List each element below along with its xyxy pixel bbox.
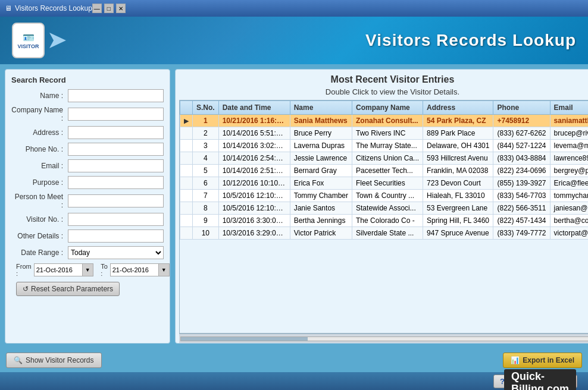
to-date-wrap: ▼	[110, 263, 170, 276]
main-content: Search Record Name : Company Name : Addr…	[0, 64, 588, 348]
row-address: Hialeah, FL 33010	[423, 190, 493, 202]
row-company: Silverdale State ...	[352, 227, 423, 240]
logo-label: VISITOR	[18, 43, 39, 49]
row-name: Bernard Gray	[290, 165, 352, 177]
row-datetime: 10/5/2016 12:10:56 PM	[218, 190, 290, 202]
row-phone: (833) 546-7703	[493, 190, 550, 202]
row-address: 889 Park Place	[423, 127, 493, 140]
to-date-input[interactable]	[111, 264, 158, 276]
row-company: Pacesetter Tech...	[352, 165, 423, 177]
row-email: tommycham	[550, 190, 588, 202]
title-bar: 🖥 Visitors Records Lookup — □ ✕	[0, 0, 588, 17]
company-input[interactable]	[68, 108, 164, 121]
from-label: From :	[16, 263, 32, 277]
other-details-label: Other Details :	[11, 232, 68, 240]
table-body: ▶110/21/2016 1:16:34 PMSania MatthewsZon…	[180, 115, 589, 240]
row-arrow	[180, 140, 193, 152]
export-excel-button[interactable]: 📊 Export in Excel	[503, 353, 582, 368]
table-row[interactable]: 410/14/2016 2:54:30 PMJessie LawrenceCit…	[180, 152, 589, 165]
table-row[interactable]: 210/14/2016 5:51:41 PMBruce PerryTwo Riv…	[180, 127, 589, 140]
row-address: 723 Devon Court	[423, 177, 493, 190]
address-label: Address :	[11, 128, 68, 137]
row-email: janiesan@st	[550, 202, 588, 215]
table-row[interactable]: 310/14/2016 3:02:52 PMLaverna DuprasThe …	[180, 140, 589, 152]
table-row[interactable]: 810/5/2016 12:10:53 PMJanie SantosStatew…	[180, 202, 589, 215]
visitor-no-row: Visitor No. :	[11, 213, 164, 226]
reset-search-button[interactable]: ↺ Reset Search Parameters	[16, 282, 120, 296]
app-logo: 🪪 VISITOR ➤	[12, 20, 83, 61]
records-table-wrapper[interactable]: S.No. Date and Time Name Company Name Ad…	[179, 100, 588, 334]
row-name: Bertha Jennings	[290, 215, 352, 227]
logo-badge: 🪪 VISITOR	[12, 23, 45, 58]
row-email: bertha@cor	[550, 215, 588, 227]
visitor-no-input[interactable]	[68, 213, 164, 226]
scroll-thumb	[181, 337, 308, 341]
row-datetime: 10/14/2016 2:54:30 PM	[218, 152, 290, 165]
phone-row: Phone No. :	[11, 143, 164, 156]
other-details-input[interactable]	[68, 229, 164, 243]
row-company: Town & Country ...	[352, 190, 423, 202]
row-datetime: 10/21/2016 1:16:34 PM	[218, 115, 290, 127]
row-datetime: 10/14/2016 5:51:41 PM	[218, 127, 290, 140]
row-sno: 5	[193, 165, 219, 177]
from-date-wrap: ▼	[34, 263, 93, 276]
name-label: Name :	[11, 92, 68, 100]
address-input[interactable]	[68, 126, 164, 139]
row-email: brucep@rive	[550, 127, 588, 140]
col-datetime: Date and Time	[218, 101, 290, 115]
col-email: Email	[550, 101, 588, 115]
minimize-button[interactable]: —	[92, 4, 102, 13]
table-row[interactable]: 710/5/2016 12:10:56 PMTommy ChamberTown …	[180, 190, 589, 202]
show-visitor-records-button[interactable]: 🔍 Show Visitor Records	[6, 353, 102, 368]
search-record-title: Search Record	[11, 76, 164, 84]
watermark-text: Quick-Billing.com	[504, 369, 576, 390]
row-arrow	[180, 190, 193, 202]
row-company: Citizens Union Ca...	[352, 152, 423, 165]
person-meet-input[interactable]	[68, 194, 164, 207]
name-row: Name :	[11, 89, 164, 102]
person-meet-label: Person to Meet :	[11, 193, 68, 209]
row-email: saniamatthew	[550, 115, 588, 127]
reset-icon: ↺	[23, 285, 29, 293]
title-bar-title: Visitors Records Lookup	[15, 4, 92, 12]
row-name: Sania Matthews	[290, 115, 352, 127]
logo-icon: 🪪	[23, 32, 35, 43]
col-sno: S.No.	[193, 101, 219, 115]
email-label: Email :	[11, 162, 68, 170]
col-company: Company Name	[352, 101, 423, 115]
to-date-picker-button[interactable]: ▼	[158, 264, 169, 276]
row-datetime: 10/12/2016 10:10:15 AM	[218, 177, 290, 190]
close-button[interactable]: ✕	[116, 4, 126, 13]
date-range-row: Date Range : Today Yesterday Last 7 Days…	[11, 246, 164, 259]
row-company: Statewide Associ...	[352, 202, 423, 215]
row-sno: 9	[193, 215, 219, 227]
scroll-track	[180, 336, 588, 341]
table-header-row: S.No. Date and Time Name Company Name Ad…	[180, 101, 589, 115]
bottom-bar: 🔍 Show Visitor Records 📊 Export in Excel	[0, 348, 588, 372]
row-name: Tommy Chamber	[290, 190, 352, 202]
date-range-select[interactable]: Today Yesterday Last 7 Days Last 30 Days…	[68, 246, 164, 259]
address-row: Address :	[11, 126, 164, 139]
email-input[interactable]	[68, 159, 164, 172]
row-phone: (844) 527-1224	[493, 140, 550, 152]
purpose-input[interactable]	[68, 176, 164, 189]
table-row[interactable]: 1010/3/2016 3:29:01 PMVictor PatrickSilv…	[180, 227, 589, 240]
row-address: 947 Spruce Avenue	[423, 227, 493, 240]
right-panel: Most Recent Visitor Entries Double Click…	[175, 69, 588, 344]
horizontal-scrollbar[interactable]	[179, 334, 588, 343]
table-row[interactable]: 910/3/2016 3:30:05 PMBertha JenningsThe …	[180, 215, 589, 227]
row-phone: (822) 234-0696	[493, 165, 550, 177]
row-phone: (855) 139-3927	[493, 177, 550, 190]
from-date-picker-button[interactable]: ▼	[82, 264, 93, 276]
table-row[interactable]: 610/12/2016 10:10:15 AMErica FoxFleet Se…	[180, 177, 589, 190]
name-input[interactable]	[68, 89, 164, 102]
from-date-input[interactable]	[35, 264, 82, 276]
row-email: victorpat@g	[550, 227, 588, 240]
row-datetime: 10/3/2016 3:29:01 PM	[218, 227, 290, 240]
date-range-label: Date Range :	[11, 249, 68, 257]
table-row[interactable]: 510/14/2016 2:51:23 PMBernard GrayPacese…	[180, 165, 589, 177]
table-row[interactable]: ▶110/21/2016 1:16:34 PMSania MatthewsZon…	[180, 115, 589, 127]
phone-input[interactable]	[68, 143, 164, 156]
maximize-button[interactable]: □	[104, 4, 114, 13]
visitor-icon: 🔍	[14, 356, 23, 364]
